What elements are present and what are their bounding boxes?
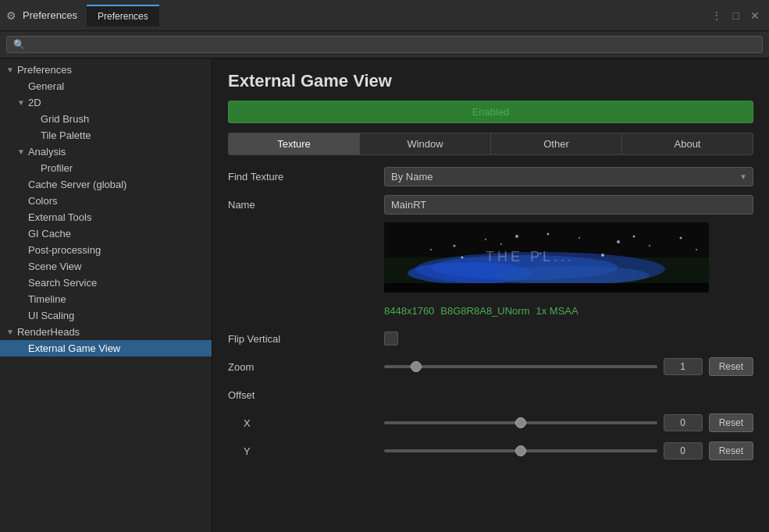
offset-x-slider-row: Reset bbox=[384, 413, 753, 432]
sidebar-item-profiler[interactable]: Profiler bbox=[0, 160, 212, 176]
sidebar-item-renderheads[interactable]: ▼RenderHeads bbox=[0, 324, 212, 340]
sidebar-item-colors[interactable]: Colors bbox=[0, 193, 212, 209]
offset-y-label: Y bbox=[228, 445, 384, 457]
form-content: Find Texture By Name By Reference ▼ Name bbox=[212, 155, 769, 472]
format-tag: B8G8R8A8_UNorm bbox=[440, 305, 529, 317]
offset-y-value-input[interactable] bbox=[664, 442, 703, 459]
sidebar-item-ui-scaling[interactable]: UI Scaling bbox=[0, 307, 212, 324]
zoom-label: Zoom bbox=[228, 361, 384, 373]
tab-about[interactable]: About bbox=[622, 133, 753, 154]
msaa-tag: 1x MSAA bbox=[536, 305, 579, 317]
sidebar-item-label: External Tools bbox=[28, 211, 91, 223]
arrow-icon: ▼ bbox=[6, 66, 14, 74]
offset-x-value-input[interactable] bbox=[664, 414, 703, 431]
sidebar-item-grid-brush[interactable]: Grid Brush bbox=[0, 111, 212, 127]
tab-window[interactable]: Window bbox=[360, 133, 491, 154]
arrow-icon: ▼ bbox=[17, 147, 25, 156]
search-icon: 🔍 bbox=[13, 39, 25, 50]
flip-vertical-checkbox[interactable] bbox=[384, 332, 398, 346]
svg-point-21 bbox=[493, 266, 650, 285]
sidebar-item-search-service[interactable]: Search Service bbox=[0, 275, 212, 291]
arrow-icon: ▼ bbox=[17, 98, 25, 107]
window-controls: ⋮ □ ✕ bbox=[708, 8, 763, 23]
sidebar-item-label: Analysis bbox=[28, 146, 66, 158]
sidebar-item-label: Tile Palette bbox=[41, 129, 91, 141]
name-row: Name bbox=[228, 194, 753, 215]
svg-point-5 bbox=[485, 239, 486, 240]
offset-y-row: Y Reset bbox=[228, 441, 753, 461]
sidebar-item-2d[interactable]: ▼2D bbox=[0, 94, 212, 111]
sidebar-item-label: Grid Brush bbox=[41, 113, 89, 125]
svg-point-18 bbox=[601, 254, 604, 257]
sidebar-item-general[interactable]: General bbox=[0, 78, 212, 94]
offset-y-control: Reset bbox=[384, 442, 753, 460]
sidebar-item-label: General bbox=[28, 80, 64, 92]
svg-point-11 bbox=[680, 237, 682, 239]
texture-svg: THE PL... bbox=[384, 222, 709, 293]
tab-bar: Texture Window Other About bbox=[228, 133, 753, 155]
maximize-icon[interactable]: □ bbox=[730, 8, 742, 23]
offset-y-reset-button[interactable]: Reset bbox=[709, 442, 753, 460]
sidebar-item-label: Profiler bbox=[41, 162, 73, 174]
zoom-row: Zoom Reset bbox=[228, 356, 753, 377]
search-wrap: 🔍 bbox=[6, 36, 763, 53]
texture-preview: THE PL... bbox=[384, 222, 709, 293]
sidebar-item-external-game-view[interactable]: External Game View bbox=[0, 340, 212, 356]
sidebar-item-gi-cache[interactable]: GI Cache bbox=[0, 225, 212, 242]
offset-x-reset-button[interactable]: Reset bbox=[709, 413, 753, 432]
sidebar-item-label: GI Cache bbox=[28, 228, 71, 239]
sidebar-item-label: Preferences bbox=[17, 64, 72, 76]
zoom-reset-button[interactable]: Reset bbox=[709, 357, 753, 376]
name-control bbox=[384, 195, 753, 215]
svg-text:THE PL...: THE PL... bbox=[486, 249, 575, 264]
svg-rect-22 bbox=[384, 283, 709, 293]
zoom-slider[interactable] bbox=[384, 365, 657, 368]
sidebar-item-timeline[interactable]: Timeline bbox=[0, 291, 212, 307]
svg-point-12 bbox=[430, 249, 432, 250]
offset-x-row: X Reset bbox=[228, 413, 753, 433]
find-texture-control: By Name By Reference ▼ bbox=[384, 167, 753, 186]
sidebar-item-label: Cache Server (global) bbox=[28, 179, 126, 190]
svg-point-15 bbox=[696, 249, 697, 250]
content-area: External Game View Enabled Texture Windo… bbox=[212, 59, 769, 532]
zoom-value-input[interactable] bbox=[664, 358, 703, 375]
texture-tags: 8448x1760 B8G8R8A8_UNorm 1x MSAA bbox=[384, 305, 753, 317]
close-icon[interactable]: ✕ bbox=[747, 8, 763, 23]
name-input[interactable] bbox=[384, 195, 753, 215]
tab-texture[interactable]: Texture bbox=[229, 133, 360, 154]
search-input[interactable] bbox=[30, 39, 756, 50]
sidebar-item-post-processing[interactable]: Post-processing bbox=[0, 242, 212, 258]
sidebar-item-label: External Game View bbox=[28, 342, 120, 354]
sidebar-item-analysis[interactable]: ▼Analysis bbox=[0, 144, 212, 160]
zoom-control: Reset bbox=[384, 357, 753, 376]
sidebar-item-preferences-header[interactable]: ▼Preferences bbox=[0, 62, 212, 78]
svg-point-14 bbox=[633, 236, 635, 238]
svg-point-6 bbox=[515, 235, 518, 238]
sidebar-item-label: Colors bbox=[28, 195, 58, 207]
sidebar-item-external-tools[interactable]: External Tools bbox=[0, 209, 212, 225]
main-layout: ▼PreferencesGeneral▼2DGrid BrushTile Pal… bbox=[0, 59, 769, 532]
offset-x-slider[interactable] bbox=[384, 421, 657, 424]
flip-vertical-row: Flip Vertical bbox=[228, 328, 753, 349]
sidebar-item-cache-server[interactable]: Cache Server (global) bbox=[0, 176, 212, 193]
name-label: Name bbox=[228, 199, 384, 211]
sidebar: ▼PreferencesGeneral▼2DGrid BrushTile Pal… bbox=[0, 59, 212, 532]
texture-tags-row: 8448x1760 B8G8R8A8_UNorm 1x MSAA bbox=[228, 300, 753, 321]
svg-point-10 bbox=[649, 245, 650, 246]
sidebar-item-label: RenderHeads bbox=[17, 326, 80, 338]
tab-other[interactable]: Other bbox=[491, 133, 622, 154]
menu-icon[interactable]: ⋮ bbox=[708, 8, 725, 23]
window-title: Preferences bbox=[23, 9, 77, 21]
svg-point-8 bbox=[579, 237, 580, 239]
svg-point-13 bbox=[500, 243, 502, 245]
find-texture-select-wrap: By Name By Reference ▼ bbox=[384, 167, 753, 186]
sidebar-item-tile-palette[interactable]: Tile Palette bbox=[0, 127, 212, 144]
title-bar: ⚙ Preferences Preferences ⋮ □ ✕ bbox=[0, 0, 769, 31]
offset-y-slider[interactable] bbox=[384, 449, 657, 452]
search-bar: 🔍 bbox=[0, 31, 769, 59]
title-tab[interactable]: Preferences bbox=[87, 5, 159, 27]
offset-x-control: Reset bbox=[384, 413, 753, 432]
sidebar-item-scene-view[interactable]: Scene View bbox=[0, 258, 212, 275]
offset-label-row: Offset bbox=[228, 385, 753, 405]
find-texture-select[interactable]: By Name By Reference bbox=[384, 167, 753, 186]
